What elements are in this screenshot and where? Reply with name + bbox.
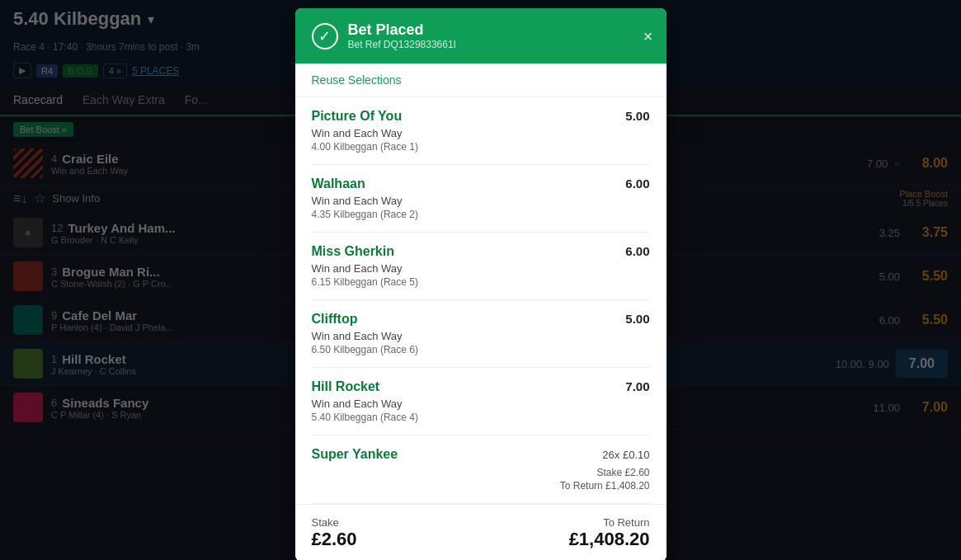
footer-stake-label: Stake xyxy=(312,516,357,529)
footer-stake-section: Stake £2.60 xyxy=(312,516,357,550)
footer-return-label: To Return xyxy=(569,516,650,529)
selection-header-1: Picture Of You 5.00 xyxy=(312,109,650,124)
selection-hill-rocket: Hill Rocket 7.00 Win and Each Way 5.40 K… xyxy=(312,368,650,435)
modal-ref: Bet Ref DQ1329833661I xyxy=(348,39,456,50)
bet-placed-modal: ✓ Bet Placed Bet Ref DQ1329833661I × Reu… xyxy=(295,8,667,560)
selection-race-5: 5.40 Kilbeggan (Race 4) xyxy=(312,412,650,423)
footer-totals-row: Stake £2.60 To Return £1,408.20 xyxy=(312,516,650,550)
selection-miss-gherkin: Miss Gherkin 6.00 Win and Each Way 6.15 … xyxy=(312,233,650,300)
reuse-selections-button[interactable]: Reuse Selections xyxy=(295,64,667,97)
selection-header-3: Miss Gherkin 6.00 xyxy=(312,244,650,259)
selection-header-4: Clifftop 5.00 xyxy=(312,312,650,327)
accum-header: Super Yankee 26x £0.10 xyxy=(312,447,650,462)
selection-header-5: Hill Rocket 7.00 xyxy=(312,379,650,394)
selection-odds-4: 5.00 xyxy=(625,312,649,326)
selection-race-4: 6.50 Kilbeggan (Race 6) xyxy=(312,344,650,355)
selection-picture-of-you: Picture Of You 5.00 Win and Each Way 4.0… xyxy=(312,97,650,165)
footer-return-section: To Return £1,408.20 xyxy=(569,516,650,550)
check-icon: ✓ xyxy=(312,23,338,49)
accum-return: To Return £1,408.20 xyxy=(560,480,650,492)
selection-walhaan: Walhaan 6.00 Win and Each Way 4.35 Kilbe… xyxy=(312,165,650,233)
modal-body: Picture Of You 5.00 Win and Each Way 4.0… xyxy=(295,97,667,504)
selection-race-2: 4.35 Kilbeggan (Race 2) xyxy=(312,209,650,220)
modal-close-button[interactable]: × xyxy=(643,28,653,45)
modal-title: Bet Placed xyxy=(348,21,456,39)
selection-type-5: Win and Each Way xyxy=(312,398,650,410)
selection-name-2: Walhaan xyxy=(312,176,365,191)
selection-clifftop: Clifftop 5.00 Win and Each Way 6.50 Kilb… xyxy=(312,300,650,368)
modal-overlay: ✓ Bet Placed Bet Ref DQ1329833661I × Reu… xyxy=(0,0,961,560)
selection-name-1: Picture Of You xyxy=(312,109,403,124)
modal-header-text: Bet Placed Bet Ref DQ1329833661I xyxy=(348,21,456,50)
selection-type-4: Win and Each Way xyxy=(312,330,650,342)
accumulator-section: Super Yankee 26x £0.10 Stake £2.60 To Re… xyxy=(312,435,650,504)
selection-odds-2: 6.00 xyxy=(625,176,649,191)
footer-return-value: £1,408.20 xyxy=(569,529,650,550)
modal-footer: Stake £2.60 To Return £1,408.20 xyxy=(295,504,667,560)
selection-race-3: 6.15 Kilbeggan (Race 5) xyxy=(312,276,650,288)
accum-name: Super Yankee xyxy=(312,447,398,462)
footer-stake-value: £2.60 xyxy=(312,529,357,550)
selection-type-2: Win and Each Way xyxy=(312,195,650,207)
selection-type-3: Win and Each Way xyxy=(312,262,650,275)
selection-race-1: 4.00 Kilbeggan (Race 1) xyxy=(312,141,650,153)
selection-name-4: Clifftop xyxy=(312,312,358,327)
accum-stake: Stake £2.60 xyxy=(560,467,650,478)
selection-name-5: Hill Rocket xyxy=(312,379,380,394)
selection-odds-5: 7.00 xyxy=(625,379,649,393)
accum-multiplier: 26x £0.10 xyxy=(602,449,649,461)
selection-odds-1: 5.00 xyxy=(625,109,649,123)
selection-header-2: Walhaan 6.00 xyxy=(312,176,650,191)
modal-header: ✓ Bet Placed Bet Ref DQ1329833661I × xyxy=(295,8,667,64)
selection-type-1: Win and Each Way xyxy=(312,127,650,139)
selection-odds-3: 6.00 xyxy=(625,244,649,258)
selection-name-3: Miss Gherkin xyxy=(312,244,394,259)
